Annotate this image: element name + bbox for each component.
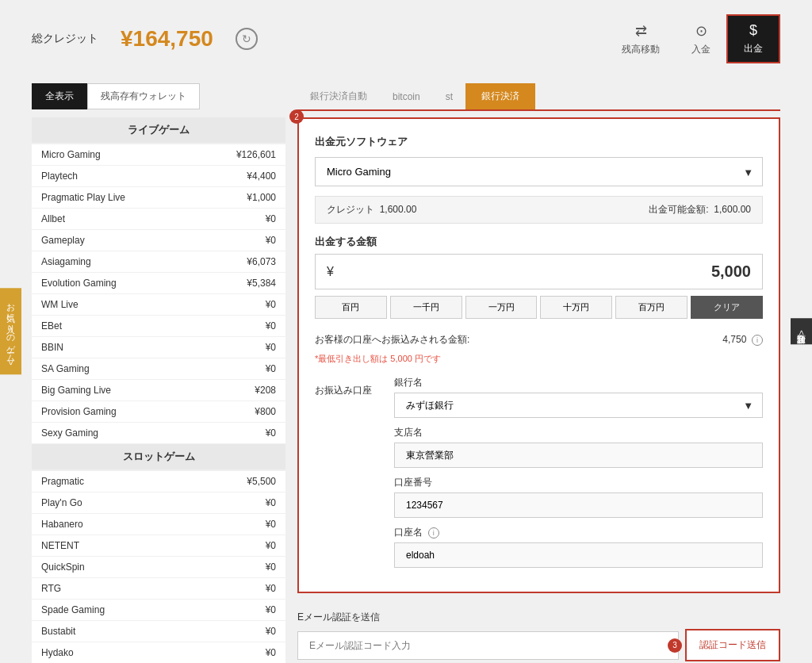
list-item[interactable]: Provision Gaming¥800 <box>32 401 285 423</box>
tab-deposit-label: 入金 <box>691 43 710 56</box>
slot-games-list: Pragmatic¥5,500Play'n Go¥0Habanero¥0NETE… <box>32 471 285 663</box>
wallet-item-value: ¥0 <box>266 427 276 439</box>
wallet-item-name: Spade Gaming <box>41 604 105 615</box>
wallet-item-name: EBet <box>41 320 62 332</box>
list-item[interactable]: Asiagaming¥6,073 <box>32 251 285 273</box>
wallet-item-name: NETENT <box>41 540 79 551</box>
list-item[interactable]: Pragmatic Play Live¥1,000 <box>32 187 285 209</box>
transfer-info-icon[interactable]: i <box>752 335 763 346</box>
list-item[interactable]: Evolution Gaming¥5,384 <box>32 273 285 294</box>
withdrawal-form: 出金元ソフトウェア Micro Gaming ▼ クレジット <box>297 117 780 593</box>
wallet-item-value: ¥0 <box>266 604 276 615</box>
software-select[interactable]: Micro Gaming <box>315 157 763 186</box>
wallet-item-name: Asiagaming <box>41 256 91 267</box>
side-tab-total-deposit[interactable]: 合計預金額 < <box>791 318 812 344</box>
email-code-input[interactable] <box>297 631 679 660</box>
form-section-title: 出金元ソフトウェア <box>315 135 763 149</box>
tab-st[interactable]: st <box>433 85 465 109</box>
quick-10000[interactable]: 一万円 <box>465 296 538 319</box>
list-item[interactable]: WM Live¥0 <box>32 294 285 316</box>
wallet-tab-all[interactable]: 全表示 <box>32 83 87 109</box>
tab-deposit[interactable]: ⊙ 入金 <box>676 14 726 63</box>
list-item[interactable]: Hydako¥0 <box>32 642 285 663</box>
credit-info-row: クレジット 1,600.00 出金可能金額: 1,600.00 <box>315 196 763 224</box>
wallet-tab-existing[interactable]: 残高存有ウォレット <box>87 83 200 109</box>
wallet-item-value: ¥208 <box>255 385 276 396</box>
wallet-item-value: ¥4,400 <box>247 171 276 182</box>
side-tab-favorites[interactable]: お気に入りのゲーム > <box>0 288 21 374</box>
quick-100000[interactable]: 十万円 <box>540 296 612 319</box>
wallet-item-name: Bustabit <box>41 626 75 637</box>
wallet-item-value: ¥800 <box>255 406 276 417</box>
list-item[interactable]: NETENT¥0 <box>32 535 285 557</box>
wallet-item-value: ¥0 <box>266 647 276 658</box>
live-games-list: Micro Gaming¥126,601Playtech¥4,400Pragma… <box>32 144 285 444</box>
list-item[interactable]: SA Gaming¥0 <box>32 358 285 380</box>
wallet-item-value: ¥0 <box>266 342 276 353</box>
wallet-item-name: Playtech <box>41 171 78 182</box>
email-verification-section: Eメール認証を送信 3 認証コード送信 <box>297 601 780 663</box>
wallet-item-name: Hydako <box>41 647 74 658</box>
account-number-input[interactable] <box>394 492 763 518</box>
transfer-value: 4,750 i <box>722 334 763 346</box>
wallet-item-name: Sexy Gaming <box>41 427 98 439</box>
tab-transfer[interactable]: ⇄ 残高移動 <box>606 14 676 63</box>
wallet-item-value: ¥0 <box>266 583 276 594</box>
list-item[interactable]: Big Gaming Live¥208 <box>32 380 285 401</box>
list-item[interactable]: BBIN¥0 <box>32 337 285 358</box>
list-item[interactable]: RTG¥0 <box>32 578 285 600</box>
wallet-item-value: ¥0 <box>266 299 276 310</box>
list-item[interactable]: Sexy Gaming¥0 <box>32 423 285 444</box>
account-name-info-icon[interactable]: i <box>428 527 439 538</box>
bank-select[interactable]: みずほ銀行 <box>394 393 763 418</box>
quick-amount-row: 百円 一千円 一万円 十万円 百万円 クリア <box>315 296 763 319</box>
wallet-item-name: RTG <box>41 583 61 594</box>
payment-method-tabs: 銀行決済自動 bitcoin st 銀行決済 <box>297 83 780 111</box>
wallet-item-name: Allbet <box>41 213 65 224</box>
email-send-button[interactable]: 認証コード送信 <box>685 629 780 661</box>
bank-select-row: みずほ銀行 ▼ <box>394 393 763 418</box>
tab-withdraw[interactable]: $ 出金 <box>726 14 780 63</box>
total-credit-label: 総クレジット <box>32 32 98 46</box>
tab-bank-auto[interactable]: 銀行決済自動 <box>297 83 380 109</box>
transfer-label: お客様の口座へお振込みされる金額: <box>315 333 469 347</box>
wallet-item-value: ¥0 <box>266 626 276 637</box>
list-item[interactable]: Pragmatic¥5,500 <box>32 471 285 492</box>
amount-input-box: ¥ 5,000 <box>315 254 763 289</box>
account-name-input[interactable] <box>394 542 763 568</box>
list-item[interactable]: Allbet¥0 <box>32 209 285 230</box>
tab-bank[interactable]: 銀行決済 <box>465 83 535 109</box>
total-credit-value: ¥164,750 <box>121 26 213 52</box>
branch-label: 支店名 <box>394 426 763 439</box>
slot-games-section-title: スロットゲーム <box>32 444 285 469</box>
wallet-item-name: Pragmatic <box>41 476 84 487</box>
wallet-item-value: ¥0 <box>266 540 276 551</box>
quick-1000[interactable]: 一千円 <box>390 296 462 319</box>
account-name-label: 口座名 i <box>394 526 763 539</box>
badge-3: 3 <box>668 638 682 653</box>
branch-input[interactable] <box>394 443 763 468</box>
wallet-item-name: Gameplay <box>41 235 85 246</box>
list-item[interactable]: Playtech¥4,400 <box>32 166 285 187</box>
live-games-section-title: ライブゲーム <box>32 117 285 143</box>
quick-clear[interactable]: クリア <box>691 296 763 319</box>
list-item[interactable]: EBet¥0 <box>32 316 285 337</box>
list-item[interactable]: Spade Gaming¥0 <box>32 600 285 621</box>
quick-1000000[interactable]: 百万円 <box>615 296 688 319</box>
wallet-item-name: SA Gaming <box>41 363 90 374</box>
wallet-item-value: ¥0 <box>266 213 276 224</box>
refresh-button[interactable]: ↻ <box>236 28 258 50</box>
wallet-item-value: ¥0 <box>266 363 276 374</box>
tab-bitcoin[interactable]: bitcoin <box>380 85 433 109</box>
list-item[interactable]: Micro Gaming¥126,601 <box>32 144 285 166</box>
wallet-item-name: BBIN <box>41 342 63 353</box>
wallet-item-value: ¥0 <box>266 320 276 332</box>
tab-withdraw-label: 出金 <box>744 42 763 56</box>
list-item[interactable]: Bustabit¥0 <box>32 621 285 642</box>
list-item[interactable]: Habanero¥0 <box>32 514 285 535</box>
list-item[interactable]: QuickSpin¥0 <box>32 557 285 578</box>
list-item[interactable]: Gameplay¥0 <box>32 230 285 251</box>
wallet-item-value: ¥1,000 <box>247 192 276 203</box>
list-item[interactable]: Play'n Go¥0 <box>32 492 285 514</box>
quick-100[interactable]: 百円 <box>315 296 387 319</box>
